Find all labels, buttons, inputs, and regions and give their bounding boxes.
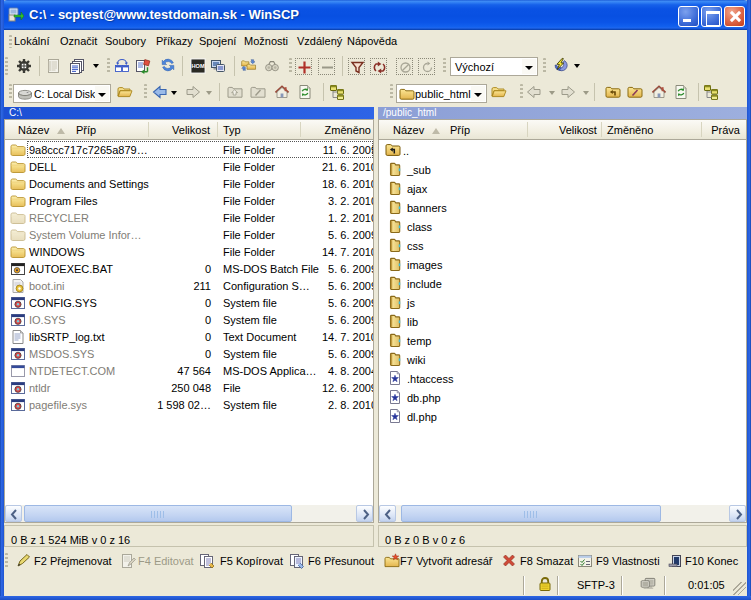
svg-text:HOM: HOM (191, 63, 204, 69)
